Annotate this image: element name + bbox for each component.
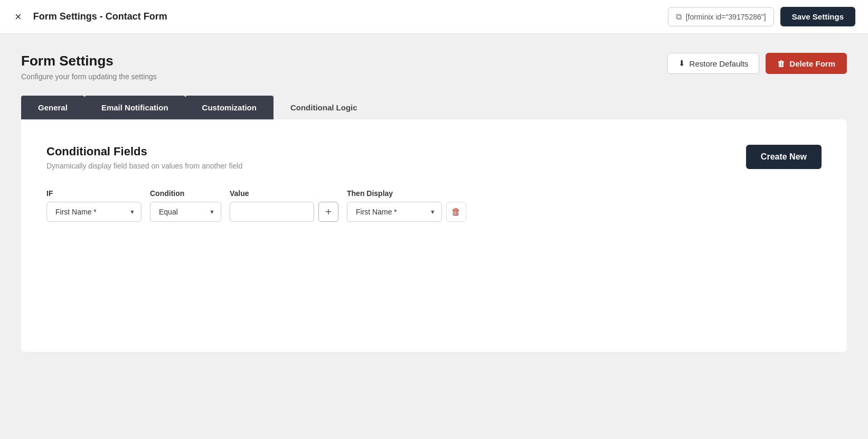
restore-icon: ⬇ (678, 59, 685, 68)
header-title: Form Settings - Contact Form (33, 11, 167, 22)
tab-email-notification[interactable]: Email Notification (84, 96, 185, 119)
restore-defaults-button[interactable]: ⬇ Restore Defaults (667, 53, 760, 74)
delete-label: Delete Form (789, 59, 835, 68)
page-header: Form Settings Configure your form updati… (21, 53, 847, 81)
content-panel: Conditional Fields Dynamically display f… (21, 119, 847, 352)
then-display-select-wrapper: First Name * Last Name * Email * Message (347, 202, 442, 222)
if-select[interactable]: First Name * Last Name * Email * Message (46, 202, 141, 222)
tabs-bar: General Email Notification Customization… (21, 96, 847, 119)
top-header: × Form Settings - Contact Form ⧉ [formin… (0, 0, 868, 34)
value-input[interactable] (230, 202, 314, 222)
then-display-select[interactable]: First Name * Last Name * Email * Message (347, 202, 442, 222)
page-header-left: Form Settings Configure your form updati… (21, 53, 157, 81)
create-new-button[interactable]: Create New (746, 145, 822, 169)
trash-icon: 🗑 (777, 59, 785, 68)
copy-icon: ⧉ (676, 12, 682, 22)
tab-general[interactable]: General (21, 96, 84, 119)
delete-row-button[interactable]: 🗑 (446, 202, 466, 222)
header-left: × Form Settings - Contact Form (13, 9, 167, 25)
rule-row: IF First Name * Last Name * Email * Mess… (46, 189, 822, 222)
then-display-row: First Name * Last Name * Email * Message… (347, 202, 466, 222)
value-label: Value (230, 189, 338, 198)
tab-conditional-logic[interactable]: Conditional Logic (273, 96, 374, 119)
page-subtitle: Configure your form updating the setting… (21, 72, 157, 81)
condition-select[interactable]: Equal Not Equal Contains Not Contains (150, 202, 221, 222)
section-subtitle: Dynamically display field based on value… (46, 162, 242, 170)
section-header-left: Conditional Fields Dynamically display f… (46, 145, 242, 170)
if-select-wrapper: First Name * Last Name * Email * Message (46, 202, 141, 222)
then-display-column: Then Display First Name * Last Name * Em… (347, 189, 466, 222)
tab-customization[interactable]: Customization (185, 96, 273, 119)
then-display-label: Then Display (347, 189, 466, 198)
conditional-fields-header: Conditional Fields Dynamically display f… (46, 145, 822, 170)
shortcode-box[interactable]: ⧉ [forminix id="39175286"] (668, 7, 774, 26)
header-right: ⧉ [forminix id="39175286"] Save Settings (668, 7, 855, 26)
close-button[interactable]: × (13, 9, 24, 25)
if-label: IF (46, 189, 141, 198)
if-column: IF First Name * Last Name * Email * Mess… (46, 189, 141, 222)
condition-label: Condition (150, 189, 221, 198)
condition-column: Condition Equal Not Equal Contains Not C… (150, 189, 221, 222)
page-title: Form Settings (21, 53, 157, 69)
section-title: Conditional Fields (46, 145, 242, 158)
add-value-button[interactable]: + (318, 202, 338, 222)
page-header-right: ⬇ Restore Defaults 🗑 Delete Form (667, 53, 847, 74)
shortcode-text: [forminix id="39175286"] (686, 13, 766, 21)
delete-form-button[interactable]: 🗑 Delete Form (766, 53, 847, 74)
main-content: Form Settings Configure your form updati… (0, 34, 868, 439)
value-column: Value + (230, 189, 338, 222)
save-settings-button[interactable]: Save Settings (780, 7, 855, 26)
restore-label: Restore Defaults (690, 59, 749, 68)
condition-select-wrapper: Equal Not Equal Contains Not Contains (150, 202, 221, 222)
